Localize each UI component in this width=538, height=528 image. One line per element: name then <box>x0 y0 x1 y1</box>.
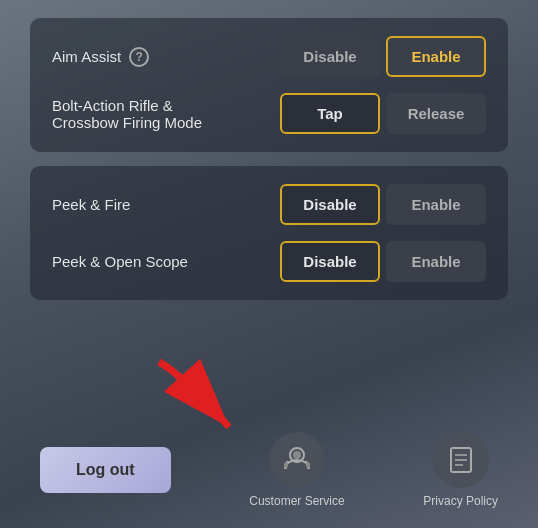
peek-scope-disable-button[interactable]: Disable <box>280 241 380 282</box>
customer-service-icon[interactable] <box>269 432 325 488</box>
peek-fire-label: Peek & Fire <box>52 196 280 213</box>
aim-assist-btn-group: Disable Enable <box>280 36 486 77</box>
aim-assist-help-icon[interactable]: ? <box>129 47 149 67</box>
peek-scope-label: Peek & Open Scope <box>52 253 280 270</box>
red-arrow-icon <box>149 352 279 442</box>
aim-assist-disable-button[interactable]: Disable <box>280 36 380 77</box>
privacy-policy-icon-container[interactable] <box>433 432 489 488</box>
aim-assist-enable-button[interactable]: Enable <box>386 36 486 77</box>
setting-row-peek-fire: Peek & Fire Disable Enable <box>52 184 486 225</box>
section-peek: Peek & Fire Disable Enable Peek & Open S… <box>30 166 508 300</box>
svg-rect-4 <box>306 462 310 468</box>
setting-row-peek-scope: Peek & Open Scope Disable Enable <box>52 241 486 282</box>
aim-assist-label: Aim Assist ? <box>52 47 280 67</box>
bolt-action-btn-group: Tap Release <box>280 93 486 134</box>
setting-row-aim-assist: Aim Assist ? Disable Enable <box>52 36 486 77</box>
headset-icon <box>280 443 314 477</box>
peek-scope-enable-button[interactable]: Enable <box>386 241 486 282</box>
customer-service-label: Customer Service <box>249 494 344 508</box>
peek-scope-btn-group: Disable Enable <box>280 241 486 282</box>
peek-fire-text: Peek & Fire <box>52 196 130 213</box>
bolt-action-tap-button[interactable]: Tap <box>280 93 380 134</box>
svg-point-2 <box>293 451 301 459</box>
peek-scope-text: Peek & Open Scope <box>52 253 188 270</box>
aim-assist-text: Aim Assist <box>52 48 121 65</box>
peek-fire-disable-button[interactable]: Disable <box>280 184 380 225</box>
logout-button[interactable]: Log out <box>40 447 171 493</box>
peek-fire-btn-group: Disable Enable <box>280 184 486 225</box>
privacy-icon <box>446 445 476 475</box>
bolt-action-text: Bolt-Action Rifle &Crossbow Firing Mode <box>52 97 202 131</box>
bottom-bar: Log out <box>30 432 508 508</box>
peek-fire-enable-button[interactable]: Enable <box>386 184 486 225</box>
main-container: Aim Assist ? Disable Enable Bolt-Action … <box>0 0 538 528</box>
bolt-action-label: Bolt-Action Rifle &Crossbow Firing Mode <box>52 97 280 131</box>
setting-row-bolt-action: Bolt-Action Rifle &Crossbow Firing Mode … <box>52 93 486 134</box>
svg-rect-3 <box>284 462 288 468</box>
bolt-action-release-button[interactable]: Release <box>386 93 486 134</box>
section-aim: Aim Assist ? Disable Enable Bolt-Action … <box>30 18 508 152</box>
privacy-policy-label: Privacy Policy <box>423 494 498 508</box>
